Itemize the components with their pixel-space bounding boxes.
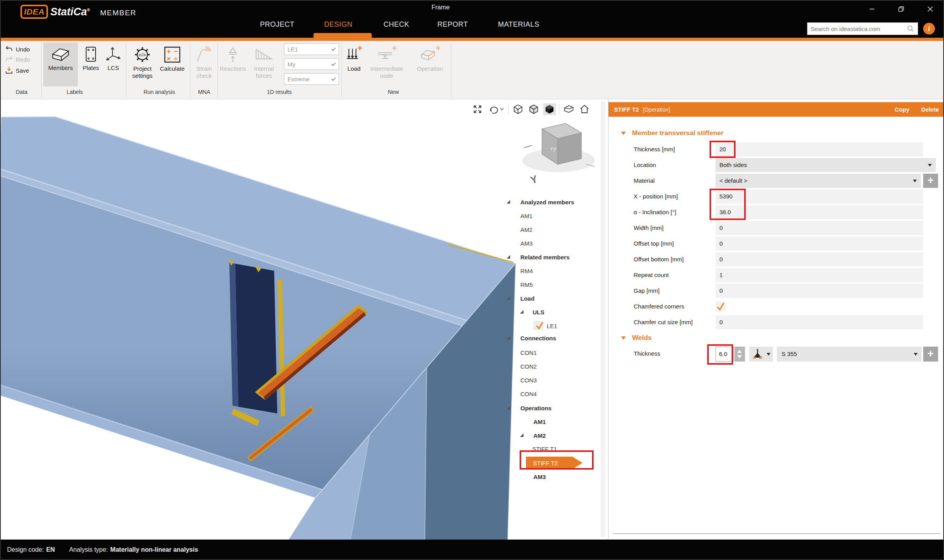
row-weld-thickness: Thickness 6.0 S 355 + bbox=[608, 347, 944, 362]
repeat-count-input[interactable]: 1 bbox=[715, 268, 923, 282]
3d-viewport[interactable]: +y Y bbox=[0, 99, 608, 540]
expander-icon[interactable] bbox=[507, 336, 510, 340]
delete-button[interactable]: Delete bbox=[921, 106, 939, 113]
tree-item-con2[interactable]: CON2 bbox=[503, 360, 600, 372]
tree-item-operations[interactable]: Operations bbox=[503, 402, 600, 414]
step-up-icon[interactable] bbox=[737, 350, 742, 353]
view-transparent-icon[interactable] bbox=[527, 103, 540, 115]
row-gap: Gap [mm] 0 bbox=[608, 284, 944, 298]
tree-item-stiff-t2-selected[interactable]: STIFF T2 bbox=[526, 457, 572, 470]
tree-item-am3[interactable]: AM3 bbox=[503, 237, 600, 249]
project-settings-button[interactable]: </> Projectsettings bbox=[129, 42, 156, 86]
material-select[interactable]: < default > bbox=[715, 174, 921, 188]
calculate-button[interactable]: + − × ÷ Calculate bbox=[157, 42, 188, 86]
clip-section-icon[interactable] bbox=[562, 103, 575, 115]
tree-item-con4[interactable]: CON4 bbox=[503, 388, 600, 400]
inclination-input[interactable]: 38.0 bbox=[715, 205, 923, 219]
thickness-input[interactable]: 20 bbox=[715, 142, 923, 156]
tree-item-load[interactable]: Load bbox=[503, 292, 600, 304]
gap-input[interactable]: 0 bbox=[715, 284, 923, 298]
expander-icon[interactable] bbox=[520, 310, 524, 314]
plates-toggle-button[interactable]: Plates bbox=[79, 42, 102, 86]
tree-item-le1[interactable]: LE1 bbox=[503, 320, 600, 332]
new-load-button[interactable]: + Load bbox=[345, 42, 363, 86]
save-button[interactable]: Save bbox=[5, 66, 29, 75]
copy-button[interactable]: Copy bbox=[894, 106, 909, 113]
navigation-cube[interactable]: +y Y bbox=[522, 123, 595, 186]
le1-checkbox[interactable] bbox=[534, 321, 542, 330]
component-select[interactable]: My bbox=[284, 58, 339, 70]
strain-check-button[interactable]: % Straincheck bbox=[192, 42, 216, 86]
x-position-input[interactable]: 5390 bbox=[715, 189, 923, 204]
group-label-mna: MNA bbox=[192, 89, 216, 95]
view-wireframe-icon[interactable] bbox=[512, 103, 524, 115]
home-view-icon[interactable] bbox=[578, 103, 591, 115]
tree-scrollbar[interactable] bbox=[601, 101, 605, 537]
tree-item-am1[interactable]: AM1 bbox=[503, 210, 600, 222]
tab-design[interactable]: DESIGN bbox=[324, 20, 352, 29]
tree-item-analyzed-members[interactable]: Analyzed members bbox=[503, 196, 600, 208]
close-button[interactable] bbox=[924, 4, 936, 14]
zoom-fit-icon[interactable] bbox=[471, 103, 484, 115]
restore-button[interactable] bbox=[895, 4, 907, 14]
tree-item-operations-am2[interactable]: AM2 bbox=[503, 430, 600, 441]
add-material-button[interactable]: + bbox=[923, 174, 938, 188]
expander-icon[interactable] bbox=[520, 433, 524, 437]
view-solid-icon[interactable] bbox=[543, 103, 556, 115]
weld-type-select[interactable] bbox=[749, 347, 773, 362]
rotate-view-icon[interactable] bbox=[487, 103, 505, 115]
reactions-button[interactable]: Reactions bbox=[219, 42, 246, 86]
new-intermediate-node-button[interactable]: + Intermediatenode bbox=[364, 42, 409, 86]
tree-item-am2[interactable]: AM2 bbox=[503, 224, 600, 235]
tab-check[interactable]: CHECK bbox=[384, 20, 409, 29]
tree-item-operations-am3[interactable]: AM3 bbox=[503, 471, 600, 483]
tab-project[interactable]: PROJECT bbox=[260, 20, 295, 29]
tree-item-stiff-t2[interactable]: STIFF T2 bbox=[503, 456, 600, 468]
tree-item-related-members[interactable]: Related members bbox=[503, 251, 600, 263]
tree-item-rm4[interactable]: RM4 bbox=[503, 265, 600, 277]
tree-item-connections[interactable]: Connections bbox=[503, 332, 600, 344]
members-toggle-button[interactable]: Members bbox=[43, 42, 78, 86]
lcs-toggle-button[interactable]: LCS bbox=[103, 42, 124, 86]
tab-report[interactable]: REPORT bbox=[437, 20, 468, 29]
extreme-select[interactable]: Extreme bbox=[284, 73, 339, 85]
row-inclination: α - Inclination [°] 38.0 bbox=[608, 205, 944, 219]
section-member-transversal-stiffener[interactable]: Member transversal stiffener bbox=[621, 129, 723, 137]
tree-item-con3[interactable]: CON3 bbox=[503, 374, 600, 386]
width-input[interactable]: 0 bbox=[715, 221, 923, 235]
chevron-down-icon bbox=[331, 76, 336, 81]
chevron-down-icon bbox=[928, 164, 932, 167]
tree-item-stiff-t1[interactable]: STIFF T1 bbox=[503, 443, 600, 455]
search-box[interactable] bbox=[807, 22, 918, 35]
load-case-select[interactable]: LE1 bbox=[284, 43, 339, 55]
weld-material-select[interactable]: S 355 bbox=[777, 347, 922, 362]
search-input[interactable] bbox=[808, 26, 907, 32]
new-operation-button[interactable]: + Operation bbox=[411, 42, 448, 86]
minimize-button[interactable] bbox=[866, 4, 878, 14]
tab-materials[interactable]: MATERIALS bbox=[498, 20, 539, 29]
redo-button[interactable]: Redo bbox=[5, 55, 30, 64]
section-welds[interactable]: Welds bbox=[621, 334, 652, 342]
tree-item-rm5[interactable]: RM5 bbox=[503, 279, 600, 290]
step-down-icon[interactable] bbox=[737, 355, 742, 358]
tree-item-operations-am1[interactable]: AM1 bbox=[503, 416, 600, 428]
add-weld-material-button[interactable]: + bbox=[923, 347, 938, 362]
expander-icon[interactable] bbox=[507, 296, 510, 300]
chamfered-corners-checkbox[interactable] bbox=[715, 301, 726, 312]
offset-bottom-input[interactable]: 0 bbox=[715, 252, 923, 266]
location-select[interactable]: Both sides bbox=[715, 158, 936, 172]
internal-forces-button[interactable]: Internalforces bbox=[247, 42, 281, 86]
undo-button[interactable]: Undo bbox=[5, 45, 30, 53]
search-icon[interactable] bbox=[907, 25, 914, 33]
expander-icon[interactable] bbox=[507, 200, 510, 204]
info-icon[interactable]: i bbox=[923, 23, 935, 35]
expander-icon[interactable] bbox=[507, 406, 510, 409]
offset-top-input[interactable]: 0 bbox=[715, 237, 923, 251]
tree-item-con1[interactable]: CON1 bbox=[503, 347, 600, 358]
chamfer-cut-size-input[interactable]: 0 bbox=[715, 315, 923, 329]
weld-thickness-input[interactable]: 6.0 bbox=[715, 347, 734, 362]
expander-icon[interactable] bbox=[507, 255, 510, 259]
weld-thickness-stepper[interactable] bbox=[734, 347, 745, 362]
tree-item-uls[interactable]: ULS bbox=[503, 306, 600, 318]
check-icon bbox=[715, 301, 726, 312]
